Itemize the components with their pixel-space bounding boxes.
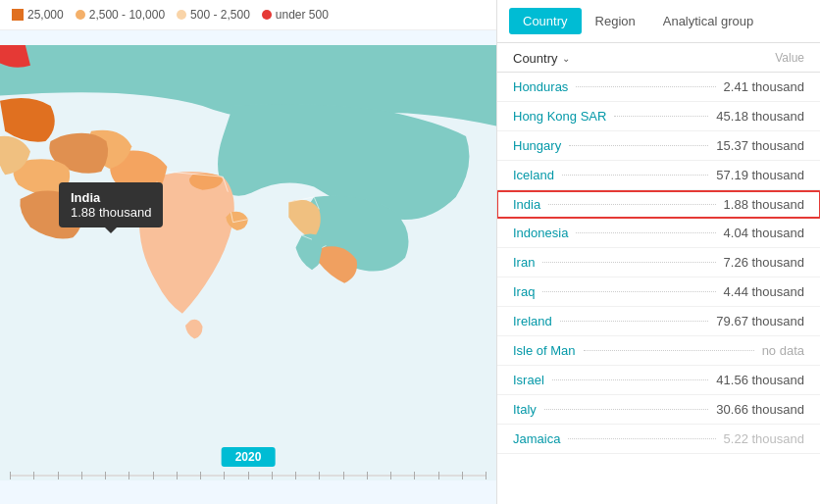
row-dots (614, 116, 708, 117)
table-row[interactable]: Hong Kong SAR45.18 thousand (497, 102, 820, 131)
table-body: Honduras2.41 thousandHong Kong SAR45.18 … (497, 73, 820, 504)
row-country-name: Iran (513, 255, 535, 270)
legend-color-1 (12, 9, 24, 21)
legend-color-4 (262, 10, 272, 20)
row-dots (552, 379, 709, 380)
timeline-year-badge[interactable]: 2020 (222, 447, 276, 467)
row-country-name: Honduras (513, 79, 568, 94)
row-country-name: Hungary (513, 138, 561, 153)
row-dots (576, 232, 715, 233)
row-dots (576, 86, 715, 87)
legend-item-3: 500 - 2,500 (177, 8, 250, 22)
legend-item-1: 25,000 (12, 8, 64, 22)
row-value: 2.41 thousand (724, 79, 804, 94)
row-country-name: Hong Kong SAR (513, 109, 606, 124)
legend-label-3: 500 - 2,500 (190, 8, 250, 22)
world-map-svg (0, 30, 496, 495)
row-value: 57.19 thousand (716, 168, 804, 182)
row-value: no data (762, 343, 804, 358)
map-area[interactable]: India 1.88 thousand (0, 30, 496, 495)
table-row[interactable]: Jamaica5.22 thousand (497, 425, 820, 454)
table-row[interactable]: Isle of Manno data (497, 336, 820, 366)
table-row[interactable]: Indonesia4.04 thousand (497, 219, 820, 248)
tooltip-line1: India (71, 190, 151, 205)
table-row[interactable]: Iceland57.19 thousand (497, 161, 820, 190)
timeline[interactable]: 2020 (0, 456, 496, 495)
row-country-name: Isle of Man (513, 343, 576, 358)
map-tooltip: India 1.88 thousand (59, 182, 163, 227)
row-dots (584, 350, 754, 351)
table-header: Country ⌄ Value (497, 43, 820, 73)
map-section: 25,000 2,500 - 10,000 500 - 2,500 under … (0, 0, 496, 504)
timeline-track[interactable]: 2020 (10, 475, 487, 477)
row-value: 1.88 thousand (724, 197, 804, 212)
row-country-name: Ireland (513, 314, 552, 328)
tabs-container: Country Region Analytical group (497, 0, 820, 43)
row-dots (562, 175, 708, 176)
table-row[interactable]: Hungary15.37 thousand (497, 131, 820, 161)
row-country-name: Indonesia (513, 226, 568, 240)
row-dots (548, 204, 715, 205)
main-container: 25,000 2,500 - 10,000 500 - 2,500 under … (0, 0, 820, 504)
row-dots (542, 291, 715, 292)
row-country-name: Jamaica (513, 431, 560, 446)
legend-item-2: 2,500 - 10,000 (76, 8, 165, 22)
row-dots (568, 438, 715, 439)
row-value: 41.56 thousand (716, 373, 804, 387)
table-row[interactable]: India1.88 thousand (497, 190, 820, 219)
legend-item-4: under 500 (262, 8, 329, 22)
row-dots (569, 145, 708, 146)
table-row[interactable]: Iran7.26 thousand (497, 248, 820, 277)
row-country-name: Iceland (513, 168, 554, 182)
legend-color-3 (177, 10, 186, 20)
tab-country[interactable]: Country (509, 8, 582, 34)
row-country-name: India (513, 197, 540, 212)
tab-region[interactable]: Region (582, 8, 649, 34)
column-country-header[interactable]: Country ⌄ (513, 51, 570, 66)
table-row[interactable]: Italy30.66 thousand (497, 395, 820, 425)
row-dots (544, 409, 709, 410)
row-value: 4.04 thousand (724, 226, 804, 240)
row-value: 4.44 thousand (724, 284, 804, 299)
column-value-header: Value (775, 51, 804, 66)
table-row[interactable]: Ireland79.67 thousand (497, 307, 820, 336)
right-panel: Country Region Analytical group Country … (496, 0, 820, 504)
legend-label-4: under 500 (276, 8, 329, 22)
row-dots (542, 262, 715, 263)
row-value: 5.22 thousand (724, 431, 804, 446)
row-country-name: Iraq (513, 284, 535, 299)
row-value: 45.18 thousand (716, 109, 804, 124)
legend: 25,000 2,500 - 10,000 500 - 2,500 under … (0, 0, 496, 30)
legend-color-2 (76, 10, 85, 20)
row-value: 79.67 thousand (716, 314, 804, 328)
row-dots (560, 321, 709, 322)
legend-label-1: 25,000 (27, 8, 64, 22)
row-value: 15.37 thousand (716, 138, 804, 153)
table-row[interactable]: Iraq4.44 thousand (497, 277, 820, 307)
tab-analytical[interactable]: Analytical group (649, 8, 768, 34)
table-row[interactable]: Honduras2.41 thousand (497, 73, 820, 102)
column-country-label: Country (513, 51, 558, 66)
row-value: 7.26 thousand (724, 255, 804, 270)
row-value: 30.66 thousand (716, 402, 804, 417)
tooltip-line2: 1.88 thousand (71, 205, 151, 220)
legend-label-2: 2,500 - 10,000 (89, 8, 165, 22)
row-country-name: Italy (513, 402, 537, 417)
row-country-name: Israel (513, 373, 544, 387)
table-row[interactable]: Israel41.56 thousand (497, 366, 820, 395)
chevron-down-icon[interactable]: ⌄ (562, 53, 570, 64)
